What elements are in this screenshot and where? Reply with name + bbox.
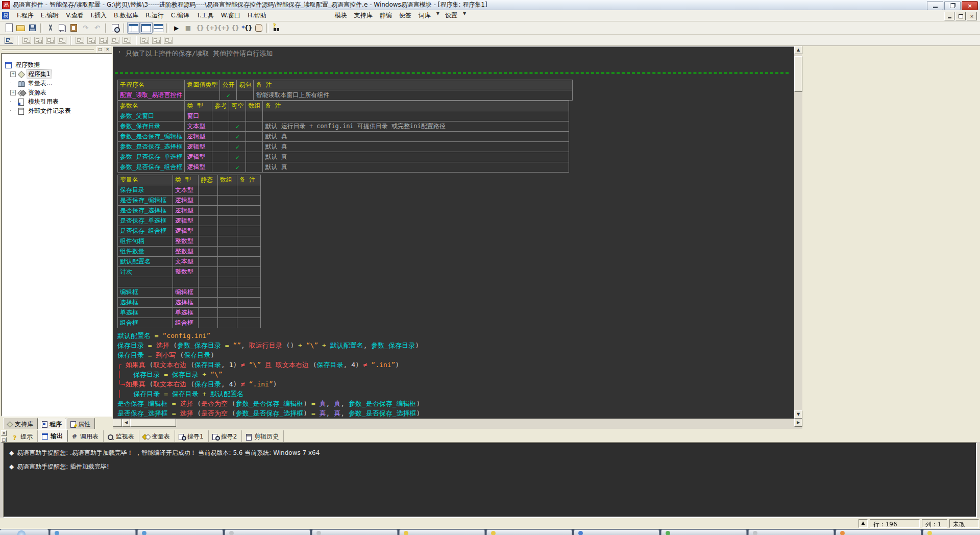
block-tool-4-button[interactable]: {} — [229, 22, 241, 33]
table-cell[interactable] — [199, 267, 218, 277]
table-cell[interactable] — [199, 277, 218, 287]
undo-button[interactable]: ↶ — [91, 22, 103, 33]
size-to-grid-button[interactable] — [162, 35, 174, 45]
layout-left-toggle[interactable] — [127, 22, 140, 34]
table-cell[interactable]: 默认 真 — [263, 142, 569, 152]
tab-搜寻1[interactable]: 搜寻1 — [175, 430, 209, 442]
center-horizontal-button[interactable] — [74, 35, 86, 45]
align-top-button[interactable] — [44, 35, 56, 45]
pan-button[interactable] — [253, 22, 264, 33]
panel-close-button[interactable]: × — [104, 46, 111, 54]
tree-item[interactable]: +程序集1 — [2, 69, 111, 79]
taskbar-button[interactable] — [836, 529, 921, 535]
table-cell[interactable] — [237, 236, 261, 247]
taskbar-button[interactable] — [661, 529, 747, 535]
output-console[interactable]: ◆易语言助手提醒您: .易语言助手加载完毕！ ，智能编译开启成功！ 当前易版本:… — [3, 442, 977, 518]
taskbar-button[interactable] — [399, 529, 485, 535]
taskbar-button[interactable] — [137, 529, 223, 535]
insert-block-button[interactable]: *{} — [241, 22, 253, 33]
menu-item[interactable]: W.窗口 — [217, 10, 244, 21]
space-across-button[interactable] — [139, 35, 151, 45]
table-cell[interactable]: 默认 运行目录 + config.ini 可提供目录 或完整ini配置路径 — [263, 121, 569, 132]
table-cell[interactable] — [237, 206, 261, 216]
table-cell[interactable]: ✓ — [229, 121, 246, 132]
table-cell[interactable]: 选择框 — [118, 298, 173, 308]
same-height-button[interactable] — [109, 35, 121, 45]
table-cell[interactable]: 是否保存_单选框 — [118, 216, 173, 226]
table-cell[interactable] — [212, 121, 229, 132]
table-cell[interactable]: 文本型 — [173, 257, 199, 267]
restore-button[interactable] — [944, 1, 961, 10]
table-cell[interactable]: 参数_是否保存_单选框 — [118, 152, 185, 162]
table-cell[interactable] — [246, 121, 263, 132]
menu-item[interactable]: V.查看 — [62, 10, 87, 21]
layout-grid-toggle[interactable] — [153, 22, 164, 33]
table-cell[interactable] — [212, 142, 229, 152]
taskbar-button[interactable] — [574, 529, 659, 535]
stop-button[interactable]: ■ — [182, 22, 194, 33]
code-line[interactable]: ┌ 如果真 (取文本右边 (保存目录, 1) ≠ “\” 且 取文本右边 (保存… — [117, 360, 420, 370]
tree-item[interactable]: +资源表 — [2, 88, 111, 97]
column-header[interactable]: 备 注 — [263, 101, 569, 111]
column-header[interactable]: 备 注 — [237, 175, 261, 185]
table-cell[interactable]: 智能读取本窗口上所有组件 — [254, 90, 573, 101]
menu-item[interactable]: T.工具 — [193, 10, 217, 21]
tab-搜寻2[interactable]: 搜寻2 — [209, 430, 242, 442]
table-cell[interactable] — [199, 196, 218, 206]
table-cell[interactable]: 参数_父窗口 — [118, 111, 185, 121]
table-cell[interactable] — [199, 226, 218, 236]
code-comment[interactable]: ' 只做了以上控件的保存/读取 其他控件请自行添加 — [117, 49, 273, 58]
table-cell[interactable] — [212, 132, 229, 142]
table-cell[interactable] — [218, 247, 237, 257]
tab-属性[interactable]: 属性 — [66, 418, 95, 430]
same-size-button[interactable] — [121, 35, 133, 45]
code-line[interactable]: └→如果真 (取文本右边 (保存目录, 4) ≠ “.ini”) — [117, 379, 420, 389]
chevron-down-icon[interactable]: ▼ — [461, 10, 468, 21]
align-bottom-button[interactable] — [56, 35, 68, 45]
table-cell[interactable]: 整数型 — [173, 267, 199, 277]
vertical-scroll-thumb[interactable] — [794, 56, 802, 92]
table-cell[interactable]: 默认 真 — [263, 162, 569, 173]
code-line[interactable]: 是否保存_选择框 = 选择 (是否为空 (参数_是否保存_选择框) = 真, 真… — [117, 408, 420, 418]
table-cell[interactable]: 组合框 — [173, 318, 199, 328]
table-cell[interactable] — [185, 90, 220, 101]
table-cell[interactable] — [237, 216, 261, 226]
taskbar-button[interactable] — [225, 529, 310, 535]
mdi-restore-button[interactable] — [955, 12, 966, 20]
editor-horizontal-scrollbar[interactable]: ◀ ▶ — [113, 419, 802, 429]
code-line[interactable]: 是否保存_编辑框 = 选择 (是否为空 (参数_是否保存_编辑框) = 真, 真… — [117, 399, 420, 408]
table-cell[interactable] — [237, 277, 261, 287]
table-cell[interactable] — [199, 318, 218, 328]
code-line[interactable]: │ 保存目录 = 保存目录 + “\” — [117, 370, 420, 379]
column-header[interactable]: 参考 — [212, 101, 229, 111]
column-header[interactable]: 返回值类型 — [185, 80, 220, 90]
align-right-button[interactable] — [33, 35, 44, 45]
align-left-button[interactable] — [21, 35, 33, 45]
table-cell[interactable] — [218, 206, 237, 216]
block-tool-3-button[interactable]: {+} — [217, 22, 229, 33]
table-cell[interactable] — [199, 236, 218, 247]
table-cell[interactable]: 逻辑型 — [173, 206, 199, 216]
table-cell[interactable] — [199, 298, 218, 308]
table-cell[interactable] — [218, 318, 237, 328]
menu-item[interactable]: F.程序 — [13, 10, 37, 21]
table-cell[interactable]: 文本型 — [173, 185, 199, 196]
column-header[interactable]: 子程序名 — [118, 80, 185, 90]
taskbar-button[interactable] — [50, 529, 136, 535]
taskbar-button[interactable] — [486, 529, 572, 535]
table-cell[interactable] — [218, 226, 237, 236]
table-cell[interactable]: 选择框 — [173, 298, 199, 308]
table-cell[interactable]: 参数_是否保存_编辑框 — [118, 132, 185, 142]
same-width-button[interactable] — [97, 35, 109, 45]
table-cell[interactable]: 单选框 — [118, 308, 173, 318]
tab-剪辑历史[interactable]: 剪辑历史 — [242, 430, 284, 442]
table-cell[interactable]: ✓ — [229, 152, 246, 162]
plugin-menu-item[interactable]: 词库 — [415, 10, 434, 21]
menu-item[interactable]: H.帮助 — [244, 10, 270, 21]
table-cell[interactable]: ✓ — [220, 90, 237, 101]
table-cell[interactable]: ✓ — [229, 142, 246, 152]
table-cell[interactable] — [237, 196, 261, 206]
scroll-right-arrow[interactable]: ▶ — [794, 419, 802, 427]
table-cell[interactable]: 是否保存_选择框 — [118, 206, 173, 216]
mdi-minimize-button[interactable] — [944, 12, 954, 20]
